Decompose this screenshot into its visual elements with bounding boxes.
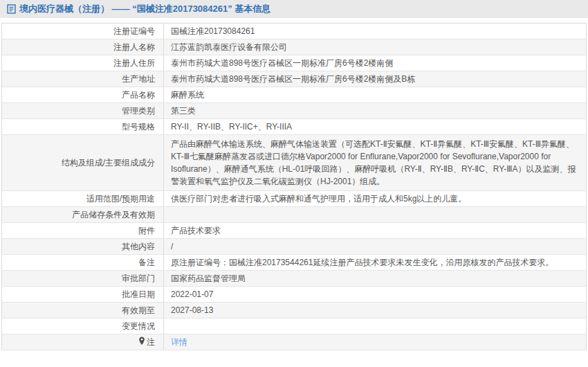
row-value-cell: 2022-01-07	[164, 287, 587, 303]
table-row: 生产地址泰州市药城大道898号医疗器械区一期标准厂房6号楼2楼南侧及B栋	[2, 71, 587, 87]
page-title: 境内医疗器械（注册） —— “国械注准20173084261” 基本信息	[19, 3, 270, 15]
row-value-cell: 国械注准20173084261	[164, 24, 587, 39]
table-row: 注册人住所泰州市药城大道898号医疗器械区一期标准厂房6号楼2楼南侧	[2, 55, 587, 71]
row-value-cell: 2027-08-13	[164, 303, 587, 319]
row-label-cell: 管理类别	[2, 103, 164, 119]
row-label: 其他内容	[122, 242, 155, 251]
row-label-cell: 其他内容	[2, 239, 164, 255]
row-value: 2022-01-07	[171, 289, 213, 299]
row-value: 国家药品监督管理局	[171, 274, 246, 283]
row-label: 注	[147, 337, 155, 347]
row-label: 管理类别	[122, 106, 155, 116]
row-value-cell: 泰州市药城大道898号医疗器械区一期标准厂房6号楼2楼南侧	[164, 55, 587, 71]
table-row: 型号规格RY-II、RY-IIB、RY-IIC+、RY-IIIA	[2, 119, 587, 135]
info-table-body: 注册证编号国械注准20173084261注册人名称江苏蓝韵凯泰医疗设备有限公司注…	[2, 24, 587, 350]
row-label-cell: 产品名称	[2, 87, 164, 103]
row-value: /	[171, 242, 173, 251]
table-row: 有效期至2027-08-13	[2, 303, 587, 319]
row-label: 型号规格	[122, 122, 155, 132]
row-value-cell: 详情	[164, 334, 587, 350]
row-label-cell: 附件	[2, 223, 164, 239]
row-value: 泰州市药城大道898号医疗器械区一期标准厂房6号楼2楼南侧	[171, 58, 393, 68]
row-label-cell: 批准日期	[2, 287, 164, 303]
row-label: 注册证编号	[113, 26, 155, 36]
row-label-cell: 产品储存条件及有效期	[2, 207, 164, 223]
row-label-cell: 注册人住所	[2, 55, 164, 71]
row-value-cell: 原注册证编号：国械注准20173544261延续注册产品技术要求未发生变化，沿用…	[164, 255, 587, 271]
table-row: 注册证编号国械注准20173084261	[2, 24, 587, 39]
row-value: 国械注准20173084261	[171, 26, 255, 36]
row-label-cell: 备注	[2, 255, 164, 271]
row-value-cell	[164, 319, 587, 334]
row-value-cell: 产品技术要求	[164, 223, 587, 239]
row-label-cell: 生产地址	[2, 71, 164, 87]
table-row: 产品名称麻醉系统	[2, 87, 587, 103]
row-label-cell: 有效期至	[2, 303, 164, 319]
row-label: 有效期至	[122, 305, 155, 315]
row-label: 注册人名称	[113, 42, 155, 52]
row-label-cell: 型号规格	[2, 119, 164, 135]
row-label-cell: 适用范围/预期用途	[2, 191, 164, 207]
row-label-cell: 注	[2, 334, 164, 350]
row-value: 供医疗部门对患者进行吸入式麻醉和通气护理用，适用于成人和5kg以上的儿童。	[171, 194, 466, 204]
table-row: 批准日期2022-01-07	[2, 287, 587, 303]
row-value: 江苏蓝韵凯泰医疗设备有限公司	[171, 42, 287, 52]
row-value: RY-II、RY-IIB、RY-IIC+、RY-IIIA	[171, 122, 292, 132]
row-label-cell: 注册证编号	[2, 24, 164, 39]
row-value: 泰州市药城大道898号医疗器械区一期标准厂房6号楼2楼南侧及B栋	[171, 74, 415, 84]
row-label: 产品名称	[122, 90, 155, 100]
row-label-cell: 审批部门	[2, 271, 164, 287]
row-label-cell: 注册人名称	[2, 39, 164, 55]
row-value-cell: /	[164, 239, 587, 255]
row-value: 第三类	[171, 106, 196, 116]
row-value: 麻醉系统	[171, 90, 204, 100]
details-link[interactable]: 详情	[171, 337, 187, 347]
row-label: 附件	[138, 226, 155, 235]
row-label: 生产地址	[122, 74, 155, 84]
table-row: 注册人名称江苏蓝韵凯泰医疗设备有限公司	[2, 39, 587, 55]
table-row: 变更情况	[2, 319, 587, 334]
row-value-cell: 第三类	[164, 103, 587, 119]
table-row: 结构及组成/主要组成成分产品由麻醉气体输送系统、麻醉气体输送装置（可选配KT-Ⅱ…	[2, 135, 587, 191]
row-label: 适用范围/预期用途	[86, 194, 155, 204]
row-value-cell: RY-II、RY-IIB、RY-IIC+、RY-IIIA	[164, 119, 587, 135]
row-value-cell	[164, 207, 587, 223]
row-value-cell: 泰州市药城大道898号医疗器械区一期标准厂房6号楼2楼南侧及B栋	[164, 71, 587, 87]
row-value: 产品由麻醉气体输送系统、麻醉气体输送装置（可选配KT-Ⅱ安氟醚、KT-Ⅱ异氟醚、…	[171, 139, 576, 186]
row-value-cell: 麻醉系统	[164, 87, 587, 103]
row-value-cell: 产品由麻醉气体输送系统、麻醉气体输送装置（可选配KT-Ⅱ安氟醚、KT-Ⅱ异氟醚、…	[164, 135, 587, 191]
row-label: 批准日期	[122, 289, 155, 299]
row-label: 产品储存条件及有效期	[72, 210, 155, 220]
table-row: 适用范围/预期用途供医疗部门对患者进行吸入式麻醉和通气护理用，适用于成人和5kg…	[2, 191, 587, 207]
table-row: 管理类别第三类	[2, 103, 587, 119]
row-label-cell: 变更情况	[2, 319, 164, 334]
row-label: 注册人住所	[113, 58, 155, 68]
row-value: 原注册证编号：国械注准20173544261延续注册产品技术要求未发生变化，沿用…	[171, 258, 553, 267]
row-label-cell: 结构及组成/主要组成成分	[2, 135, 164, 191]
info-table: 注册证编号国械注准20173084261注册人名称江苏蓝韵凯泰医疗设备有限公司注…	[1, 23, 587, 350]
row-label: 审批部门	[122, 274, 155, 283]
table-row: 附件产品技术要求	[2, 223, 587, 239]
row-value: 2027-08-13	[171, 305, 213, 315]
table-row: 审批部门国家药品监督管理局	[2, 271, 587, 287]
table-row: 其他内容/	[2, 239, 587, 255]
row-label: 变更情况	[122, 321, 155, 331]
document-icon	[7, 4, 16, 14]
row-label: 备注	[138, 258, 155, 267]
pin-icon	[138, 337, 145, 346]
table-row: 产品储存条件及有效期	[2, 207, 587, 223]
page-header: 境内医疗器械（注册） —— “国械注准20173084261” 基本信息	[0, 0, 588, 18]
table-row: 注详情	[2, 334, 587, 350]
row-label: 结构及组成/主要组成成分	[62, 158, 155, 168]
row-value-cell: 供医疗部门对患者进行吸入式麻醉和通气护理用，适用于成人和5kg以上的儿童。	[164, 191, 587, 207]
row-value-cell: 国家药品监督管理局	[164, 271, 587, 287]
row-value: 产品技术要求	[171, 226, 221, 235]
table-row: 备注原注册证编号：国械注准20173544261延续注册产品技术要求未发生变化，…	[2, 255, 587, 271]
row-value-cell: 江苏蓝韵凯泰医疗设备有限公司	[164, 39, 587, 55]
